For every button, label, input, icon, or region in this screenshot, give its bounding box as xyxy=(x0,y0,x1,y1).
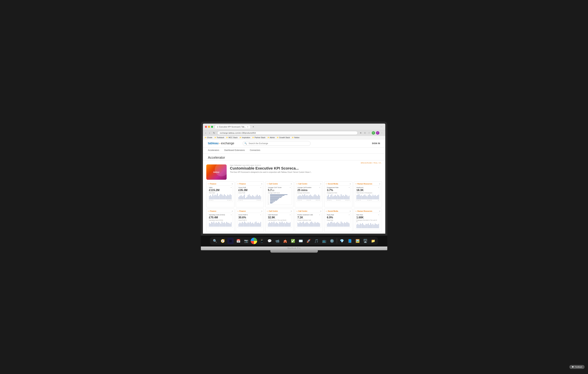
dock-item-systemprefs[interactable]: ⚙️ xyxy=(329,238,335,244)
kpi-card-menu[interactable]: ≡ xyxy=(319,187,320,188)
bar xyxy=(230,194,231,199)
kpi-value-call-duration: 25 mins xyxy=(297,189,320,192)
dock-item-word[interactable]: 📘 xyxy=(346,238,353,244)
dock-item-finder[interactable]: 🔍 xyxy=(212,238,218,244)
dock-item-launchpad[interactable]: ⊞ xyxy=(227,238,234,244)
bookmark-gsuite[interactable]: 📁 GSuite xyxy=(205,137,212,139)
mini-chart-reply-rate xyxy=(327,222,350,227)
minimize-button[interactable] xyxy=(208,126,210,128)
bookmark-growthstack[interactable]: 📁 Growth Stack xyxy=(277,137,290,139)
horiz-bar xyxy=(270,196,282,197)
horiz-bar xyxy=(270,201,275,202)
dock-item-photos[interactable]: 📷 xyxy=(243,238,249,244)
dock-item-mail[interactable]: ✉️ xyxy=(297,238,304,244)
mini-chart-call-duration xyxy=(297,194,320,199)
dock-item-safari[interactable]: 🧭 xyxy=(220,238,226,244)
reader-view-icon[interactable]: ⊕ xyxy=(359,131,362,135)
tab-close-button[interactable]: ✕ xyxy=(247,126,248,128)
kpi-value-calls-received: 32.9K xyxy=(268,216,291,219)
kpi-card-menu[interactable]: ≡ xyxy=(290,187,291,188)
bookmark-mccstack[interactable]: 📁 MCC Stack xyxy=(226,137,238,139)
bookmark-admin[interactable]: 📁 Admin xyxy=(267,137,275,139)
bookmark-toolstack[interactable]: 📁 Toolstack xyxy=(214,137,224,139)
kpi-value-headcount: 18.3K xyxy=(357,189,379,192)
fullscreen-button[interactable] xyxy=(211,126,213,128)
more-options-button[interactable]: ⋮ xyxy=(380,131,384,135)
bookmark-icon[interactable]: ☆ xyxy=(368,131,371,135)
kpi-section-menu[interactable]: ≡ xyxy=(232,210,233,212)
chart-label-end: 01 xyxy=(378,200,379,201)
dock-item-chrome[interactable] xyxy=(251,238,257,244)
dock-item-sketch[interactable]: 💎 xyxy=(339,238,345,244)
new-tab-button[interactable]: + xyxy=(251,125,255,129)
kpi-section-menu[interactable]: ≡ xyxy=(261,210,262,212)
kpi-card-menu[interactable]: ≡ xyxy=(378,187,379,188)
bar xyxy=(375,195,376,199)
reload-button[interactable]: ↻ xyxy=(212,131,216,135)
profile-icon[interactable]: U xyxy=(376,131,379,135)
nav-link-accelerators[interactable]: Accelerators xyxy=(208,149,219,152)
dock-item-messages[interactable]: 💬 xyxy=(266,238,273,244)
kpi-card-menu[interactable]: ≡ xyxy=(231,187,231,188)
kpi-card-menu[interactable]: ≡ xyxy=(260,214,261,216)
kpi-section-menu[interactable]: ≡ xyxy=(320,210,321,212)
dock-item-calendar[interactable]: 📅 xyxy=(235,238,242,244)
dock-item-todoist[interactable]: ✅ xyxy=(290,238,296,244)
kpi-section-menu[interactable]: ≡ xyxy=(320,183,321,185)
dock-item-preview[interactable]: 🖼️ xyxy=(354,238,361,244)
kpi-card-menu[interactable]: ≡ xyxy=(319,214,320,216)
bar xyxy=(221,222,222,227)
back-button[interactable]: ‹ xyxy=(205,131,207,135)
kpi-card-menu[interactable]: ≡ xyxy=(290,214,291,216)
bar xyxy=(252,195,253,199)
kpi-section-menu[interactable]: ≡ xyxy=(350,210,351,212)
kpi-section-menu[interactable]: ≡ xyxy=(291,183,292,185)
bar xyxy=(226,196,227,199)
dock-item-spotify[interactable]: 🎵 xyxy=(313,238,319,244)
kpi-card-header: Reply Rate ≡ xyxy=(327,214,350,216)
dock-item-testflight[interactable]: 🚀 xyxy=(305,238,312,244)
sign-in-button[interactable]: SIGN IN xyxy=(372,142,380,145)
forward-button[interactable]: › xyxy=(208,131,211,135)
extensions-icon[interactable]: G xyxy=(372,131,375,135)
bar xyxy=(257,223,258,227)
bookmark-notion[interactable]: 📁 Notion xyxy=(292,137,299,139)
kpi-card-menu[interactable]: ≡ xyxy=(231,214,231,216)
bookmark-partnerstack[interactable]: 📁 Partner Stack xyxy=(252,137,265,139)
dock-item-facetime[interactable]: 📹 xyxy=(274,238,281,244)
kpi-section-title: — Call Centre xyxy=(296,210,307,212)
kpi-section-title: — Finance xyxy=(208,183,216,185)
kpi-section-menu[interactable]: ≡ xyxy=(379,210,380,212)
close-button[interactable] xyxy=(205,126,207,128)
bar xyxy=(337,195,338,199)
kpi-section-title: — Social Media xyxy=(326,210,338,212)
dock-item-appletv[interactable]: 📺 xyxy=(321,238,327,244)
browser-tab-active[interactable]: ⊡ Executive KPI Scorecard | Tab... ✕ xyxy=(215,125,251,128)
bookmark-inspiration[interactable]: 📁 Inspiration xyxy=(240,137,250,139)
kpi-section-menu[interactable]: ≡ xyxy=(350,183,351,185)
dock-item-slack[interactable]: 🎪 xyxy=(282,238,288,244)
bar xyxy=(287,223,288,227)
nav-link-dashboard-extensions[interactable]: Dashboard Extensions xyxy=(224,149,245,152)
kpi-section-menu[interactable]: ≡ xyxy=(379,183,380,185)
kpi-card-menu[interactable]: ≡ xyxy=(349,187,349,188)
kpi-card-menu[interactable]: ≡ xyxy=(349,214,349,216)
kpi-section-menu[interactable]: ≡ xyxy=(261,183,262,185)
nav-link-connectors[interactable]: Connectors xyxy=(250,149,260,152)
horiz-bar xyxy=(270,199,278,200)
bar xyxy=(364,195,365,199)
site-search-input[interactable] xyxy=(243,141,311,146)
dashboard-header: biztory Data | Refreshed: June 2022 Late… xyxy=(206,164,382,180)
bar xyxy=(314,195,315,199)
address-input[interactable] xyxy=(217,131,358,135)
kpi-section-menu[interactable]: ≡ xyxy=(291,210,292,212)
dock-item-folder[interactable]: 📁 xyxy=(370,238,376,244)
kpi-sub-reply-rate: Reply Rate xyxy=(327,219,350,221)
bar xyxy=(370,195,371,199)
kpi-section-menu[interactable]: ≡ xyxy=(232,183,233,185)
dock-item-whatsapp[interactable]: 📱 xyxy=(259,238,265,244)
kpi-card-menu[interactable]: ≡ xyxy=(378,214,379,216)
dock-item-terminal[interactable]: 🖥️ xyxy=(362,238,368,244)
kpi-card-menu[interactable]: ≡ xyxy=(260,187,261,188)
share-icon[interactable]: ⎙ xyxy=(363,131,367,135)
